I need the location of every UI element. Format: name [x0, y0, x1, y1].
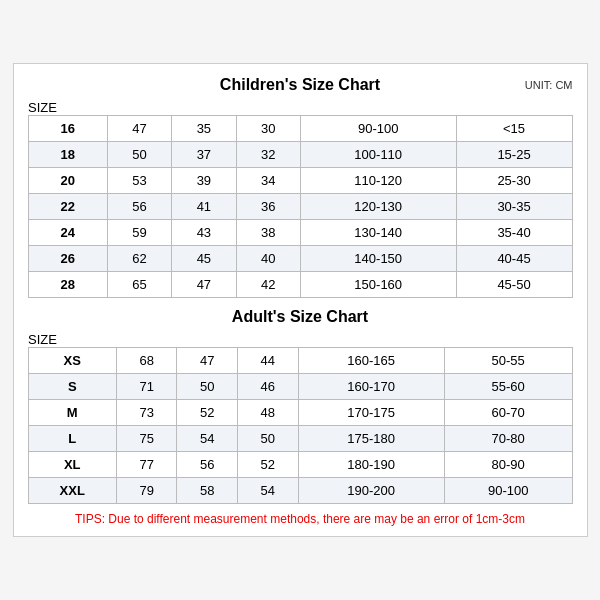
- table-cell: 130-140: [300, 220, 456, 246]
- table-cell: <15: [456, 116, 572, 142]
- table-cell: 30: [236, 116, 300, 142]
- table-cell: 20: [28, 168, 107, 194]
- table-cell: 40-45: [456, 246, 572, 272]
- tips-text: TIPS: Due to different measurement metho…: [28, 512, 573, 526]
- table-cell: 47: [107, 116, 171, 142]
- table-cell: 16: [28, 116, 107, 142]
- table-cell: 48: [238, 400, 299, 426]
- children-header-row: SIZE: [28, 100, 572, 116]
- table-cell: 77: [116, 452, 177, 478]
- table-row: L755450175-18070-80: [28, 426, 572, 452]
- table-cell: 38: [236, 220, 300, 246]
- table-row: 1647353090-100<15: [28, 116, 572, 142]
- table-cell: 68: [116, 348, 177, 374]
- table-row: S715046160-17055-60: [28, 374, 572, 400]
- table-cell: 54: [238, 478, 299, 504]
- adult-header-row: SIZE: [28, 332, 572, 348]
- table-cell: 79: [116, 478, 177, 504]
- table-row: XS684744160-16550-55: [28, 348, 572, 374]
- table-cell: 58: [177, 478, 238, 504]
- table-cell: 39: [172, 168, 236, 194]
- table-cell: 32: [236, 142, 300, 168]
- table-cell: 80-90: [444, 452, 572, 478]
- table-cell: 50: [177, 374, 238, 400]
- table-cell: 90-100: [444, 478, 572, 504]
- table-cell: 65: [107, 272, 171, 298]
- table-cell: 42: [236, 272, 300, 298]
- table-row: 22564136120-13030-35: [28, 194, 572, 220]
- table-cell: 44: [238, 348, 299, 374]
- table-cell: 60-70: [444, 400, 572, 426]
- table-cell: 15-25: [456, 142, 572, 168]
- table-cell: 175-180: [298, 426, 444, 452]
- table-cell: 110-120: [300, 168, 456, 194]
- table-cell: 56: [177, 452, 238, 478]
- table-cell: 190-200: [298, 478, 444, 504]
- adult-title-row: Adult's Size Chart: [28, 308, 573, 326]
- children-size-table: SIZE 1647353090-100<1518503732100-11015-…: [28, 100, 573, 298]
- children-chart-title: Children's Size Chart: [220, 76, 380, 94]
- table-cell: 26: [28, 246, 107, 272]
- table-cell: XL: [28, 452, 116, 478]
- table-row: XXL795854190-20090-100: [28, 478, 572, 504]
- table-cell: 50: [238, 426, 299, 452]
- table-cell: 35-40: [456, 220, 572, 246]
- table-cell: 180-190: [298, 452, 444, 478]
- table-cell: 37: [172, 142, 236, 168]
- table-row: 20533934110-12025-30: [28, 168, 572, 194]
- table-cell: 22: [28, 194, 107, 220]
- table-cell: 150-160: [300, 272, 456, 298]
- table-cell: 24: [28, 220, 107, 246]
- table-cell: 75: [116, 426, 177, 452]
- table-row: M735248170-17560-70: [28, 400, 572, 426]
- table-cell: 160-165: [298, 348, 444, 374]
- table-cell: 41: [172, 194, 236, 220]
- table-cell: 18: [28, 142, 107, 168]
- table-cell: 45: [172, 246, 236, 272]
- adult-chart-title: Adult's Size Chart: [232, 308, 368, 326]
- table-cell: M: [28, 400, 116, 426]
- table-row: 18503732100-11015-25: [28, 142, 572, 168]
- table-cell: 25-30: [456, 168, 572, 194]
- table-cell: 34: [236, 168, 300, 194]
- adult-size-table: SIZE XS684744160-16550-55S715046160-1705…: [28, 332, 573, 504]
- table-cell: 170-175: [298, 400, 444, 426]
- table-cell: 28: [28, 272, 107, 298]
- table-cell: 50-55: [444, 348, 572, 374]
- table-cell: 47: [172, 272, 236, 298]
- children-title-row: Children's Size Chart UNIT: CM: [28, 76, 573, 94]
- table-cell: 140-150: [300, 246, 456, 272]
- table-cell: 40: [236, 246, 300, 272]
- table-cell: 30-35: [456, 194, 572, 220]
- table-cell: 100-110: [300, 142, 456, 168]
- table-cell: XS: [28, 348, 116, 374]
- table-cell: 52: [177, 400, 238, 426]
- table-cell: 120-130: [300, 194, 456, 220]
- table-cell: 62: [107, 246, 171, 272]
- unit-label: UNIT: CM: [525, 79, 573, 91]
- table-cell: 52: [238, 452, 299, 478]
- table-cell: 53: [107, 168, 171, 194]
- table-cell: 71: [116, 374, 177, 400]
- table-row: 26624540140-15040-45: [28, 246, 572, 272]
- table-cell: 160-170: [298, 374, 444, 400]
- table-row: 28654742150-16045-50: [28, 272, 572, 298]
- table-cell: L: [28, 426, 116, 452]
- table-cell: XXL: [28, 478, 116, 504]
- table-cell: 46: [238, 374, 299, 400]
- table-cell: 47: [177, 348, 238, 374]
- table-cell: 54: [177, 426, 238, 452]
- table-cell: 36: [236, 194, 300, 220]
- table-cell: 35: [172, 116, 236, 142]
- table-cell: 56: [107, 194, 171, 220]
- table-cell: S: [28, 374, 116, 400]
- table-cell: 70-80: [444, 426, 572, 452]
- table-cell: 73: [116, 400, 177, 426]
- table-cell: 50: [107, 142, 171, 168]
- table-row: 24594338130-14035-40: [28, 220, 572, 246]
- size-chart-container: Children's Size Chart UNIT: CM SIZE 1647…: [13, 63, 588, 537]
- table-cell: 43: [172, 220, 236, 246]
- table-cell: 45-50: [456, 272, 572, 298]
- table-cell: 59: [107, 220, 171, 246]
- table-cell: 55-60: [444, 374, 572, 400]
